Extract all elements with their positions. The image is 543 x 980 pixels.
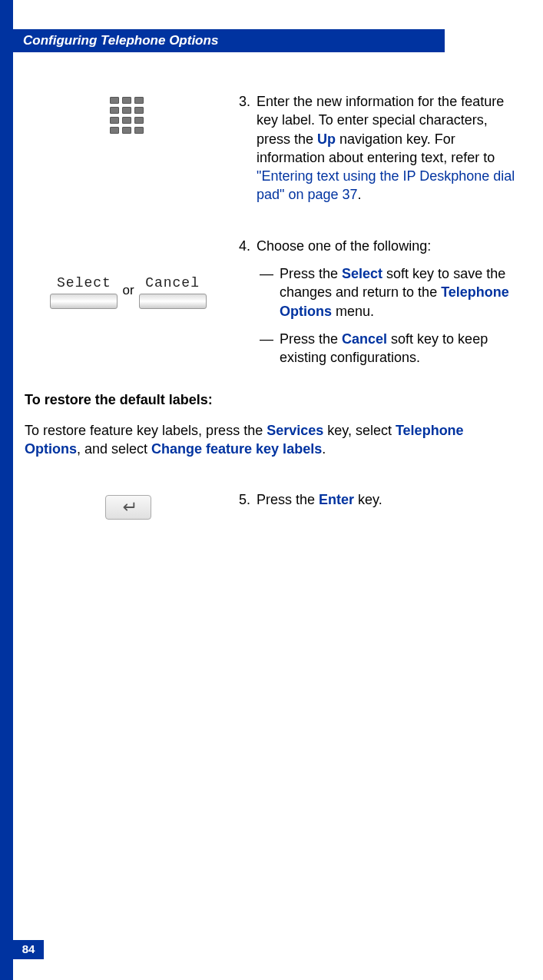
softkey-pair: Select or Cancel xyxy=(50,274,206,309)
step-5-icon-column xyxy=(25,490,232,520)
step-4-row: Select or Cancel 4. Choose one of the fo… xyxy=(25,237,521,367)
cancel-key-ref: Cancel xyxy=(342,331,387,347)
enter-key-icon xyxy=(105,495,151,520)
restore-suffix: . xyxy=(322,441,326,457)
select-softkey: Select xyxy=(50,274,118,309)
select-key-ref: Select xyxy=(342,266,382,281)
step-4-bullet-1: — Press the Select soft key to save the … xyxy=(257,264,521,321)
page-header-title: Configuring Telephone Options xyxy=(23,32,218,50)
step-4-text: 4. Choose one of the following: — Press … xyxy=(232,237,521,367)
cancel-softkey: Cancel xyxy=(139,274,207,309)
step-4-bullet-2: — Press the Cancel soft key to keep exis… xyxy=(257,330,521,367)
services-key-ref: Services xyxy=(267,423,323,438)
dialpad-icon xyxy=(110,97,147,134)
cancel-softkey-label: Cancel xyxy=(145,274,200,292)
restore-default-labels-paragraph: To restore feature key labels, press the… xyxy=(25,421,521,459)
step-3-body: Enter the new information for the featur… xyxy=(257,92,521,204)
enter-key-ref: Enter xyxy=(319,492,354,507)
up-navigation-key: Up xyxy=(317,131,336,147)
step-4-icon-column: Select or Cancel xyxy=(25,237,232,309)
restore-mid1: key, select xyxy=(323,423,396,438)
bullet1-suffix: menu. xyxy=(332,304,374,319)
step-3-suffix: . xyxy=(358,187,362,202)
page-content: 3. Enter the new information for the fea… xyxy=(25,92,521,552)
change-feature-key-labels-ref: Change feature key labels xyxy=(151,441,322,457)
restore-prefix: To restore feature key labels, press the xyxy=(25,423,267,438)
restore-default-labels-heading: To restore the default labels: xyxy=(25,390,521,409)
dash-icon: — xyxy=(257,264,280,321)
page-number-value: 84 xyxy=(22,942,35,957)
bullet2-prefix: Press the xyxy=(280,331,342,347)
select-softkey-label: Select xyxy=(57,274,111,292)
step-5-suffix: key. xyxy=(354,492,382,507)
restore-mid2: , and select xyxy=(77,441,151,457)
left-margin-stripe xyxy=(0,0,13,980)
step-3-text: 3. Enter the new information for the fea… xyxy=(232,92,521,204)
step-5-prefix: Press the xyxy=(257,492,319,507)
step-4-intro: Choose one of the following: xyxy=(257,237,521,255)
step-3-row: 3. Enter the new information for the fea… xyxy=(25,92,521,204)
select-softkey-button-icon xyxy=(50,294,118,309)
entering-text-link[interactable]: "Entering text using the IP Deskphone di… xyxy=(257,168,515,202)
cancel-softkey-button-icon xyxy=(139,294,207,309)
dash-icon: — xyxy=(257,330,280,367)
step-3-number: 3. xyxy=(232,92,257,204)
bullet1-prefix: Press the xyxy=(280,266,342,281)
page-header: Configuring Telephone Options xyxy=(13,29,445,52)
step-5-number: 5. xyxy=(232,490,257,509)
step-5-text: 5. Press the Enter key. xyxy=(232,490,521,509)
step-5-row: 5. Press the Enter key. xyxy=(25,490,521,520)
or-separator: or xyxy=(122,282,134,300)
step-3-icon-column xyxy=(25,92,232,134)
page-number: 84 xyxy=(13,940,44,959)
step-4-number: 4. xyxy=(232,237,257,255)
